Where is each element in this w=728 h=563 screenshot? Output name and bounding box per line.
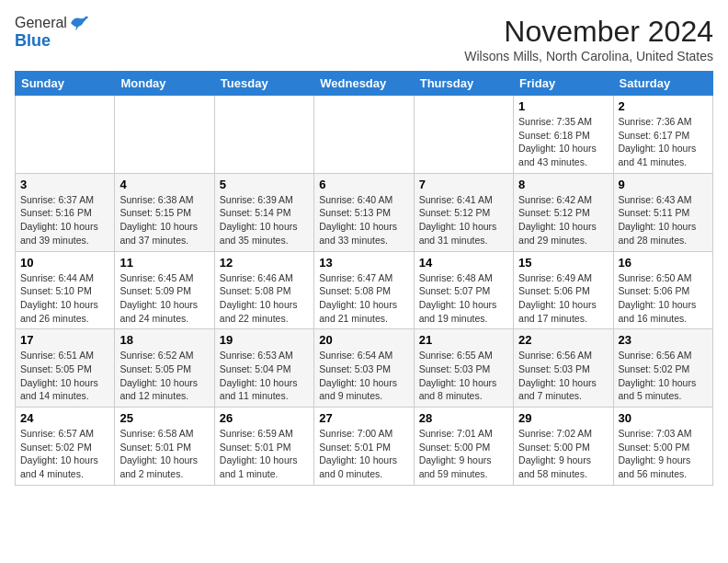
day-info: Sunrise: 6:42 AM Sunset: 5:12 PM Dayligh… [518, 193, 608, 247]
logo-bird-icon [69, 15, 89, 31]
day-number: 14 [419, 256, 508, 270]
calendar-cell: 3Sunrise: 6:37 AM Sunset: 5:16 PM Daylig… [16, 173, 115, 251]
day-number: 13 [319, 256, 408, 270]
day-number: 8 [518, 178, 608, 191]
day-info: Sunrise: 6:53 AM Sunset: 5:04 PM Dayligh… [220, 349, 309, 403]
day-number: 26 [220, 411, 309, 425]
day-info: Sunrise: 6:39 AM Sunset: 5:14 PM Dayligh… [220, 193, 309, 247]
day-number: 29 [518, 411, 608, 425]
day-number: 18 [119, 333, 209, 347]
column-header-wednesday: Wednesday [314, 72, 414, 96]
day-number: 10 [20, 256, 109, 270]
calendar-cell: 8Sunrise: 6:42 AM Sunset: 5:12 PM Daylig… [514, 173, 613, 251]
calendar-cell: 11Sunrise: 6:45 AM Sunset: 5:09 PM Dayli… [115, 251, 214, 329]
day-info: Sunrise: 6:43 AM Sunset: 5:11 PM Dayligh… [619, 193, 708, 247]
day-info: Sunrise: 7:02 AM Sunset: 5:00 PM Dayligh… [518, 427, 608, 481]
calendar-cell: 6Sunrise: 6:40 AM Sunset: 5:13 PM Daylig… [314, 173, 414, 251]
calendar-table: SundayMondayTuesdayWednesdayThursdayFrid… [15, 71, 713, 486]
calendar-cell [314, 96, 414, 174]
day-number: 4 [119, 178, 209, 191]
calendar-cell: 17Sunrise: 6:51 AM Sunset: 5:05 PM Dayli… [16, 329, 115, 408]
column-header-thursday: Thursday [414, 72, 513, 96]
day-info: Sunrise: 6:57 AM Sunset: 5:02 PM Dayligh… [20, 427, 109, 481]
day-info: Sunrise: 6:55 AM Sunset: 5:03 PM Dayligh… [419, 349, 508, 403]
calendar-cell: 30Sunrise: 7:03 AM Sunset: 5:00 PM Dayli… [613, 408, 712, 486]
page-header: General Blue November 2024 Wilsons Mills… [15, 15, 713, 63]
day-info: Sunrise: 7:36 AM Sunset: 6:17 PM Dayligh… [619, 115, 708, 169]
calendar-cell: 16Sunrise: 6:50 AM Sunset: 5:06 PM Dayli… [613, 251, 712, 329]
calendar-week-row: 3Sunrise: 6:37 AM Sunset: 5:16 PM Daylig… [16, 173, 713, 251]
day-info: Sunrise: 6:56 AM Sunset: 5:02 PM Dayligh… [619, 349, 708, 403]
calendar-cell: 13Sunrise: 6:47 AM Sunset: 5:08 PM Dayli… [314, 251, 414, 329]
day-info: Sunrise: 6:51 AM Sunset: 5:05 PM Dayligh… [20, 349, 109, 403]
day-number: 3 [20, 178, 109, 191]
day-info: Sunrise: 6:45 AM Sunset: 5:09 PM Dayligh… [119, 271, 209, 326]
logo: General Blue [15, 15, 89, 51]
column-header-monday: Monday [115, 72, 214, 96]
calendar-cell: 5Sunrise: 6:39 AM Sunset: 5:14 PM Daylig… [214, 173, 313, 251]
calendar-week-row: 10Sunrise: 6:44 AM Sunset: 5:10 PM Dayli… [16, 251, 713, 329]
calendar-cell: 9Sunrise: 6:43 AM Sunset: 5:11 PM Daylig… [613, 173, 712, 251]
calendar-cell [214, 96, 313, 174]
day-info: Sunrise: 6:41 AM Sunset: 5:12 PM Dayligh… [419, 193, 508, 247]
calendar-cell: 1Sunrise: 7:35 AM Sunset: 6:18 PM Daylig… [514, 96, 613, 174]
day-info: Sunrise: 6:44 AM Sunset: 5:10 PM Dayligh… [20, 271, 109, 326]
calendar-week-row: 1Sunrise: 7:35 AM Sunset: 6:18 PM Daylig… [16, 96, 713, 174]
calendar-cell: 27Sunrise: 7:00 AM Sunset: 5:01 PM Dayli… [314, 408, 414, 486]
day-number: 28 [419, 411, 508, 425]
day-info: Sunrise: 6:52 AM Sunset: 5:05 PM Dayligh… [119, 349, 209, 403]
calendar-cell: 23Sunrise: 6:56 AM Sunset: 5:02 PM Dayli… [613, 329, 712, 408]
day-number: 24 [20, 411, 109, 425]
calendar-cell: 15Sunrise: 6:49 AM Sunset: 5:06 PM Dayli… [514, 251, 613, 329]
day-info: Sunrise: 6:58 AM Sunset: 5:01 PM Dayligh… [119, 427, 209, 481]
calendar-cell: 21Sunrise: 6:55 AM Sunset: 5:03 PM Dayli… [414, 329, 513, 408]
calendar-cell: 22Sunrise: 6:56 AM Sunset: 5:03 PM Dayli… [514, 329, 613, 408]
calendar-header-row: SundayMondayTuesdayWednesdayThursdayFrid… [16, 72, 713, 96]
calendar-cell: 24Sunrise: 6:57 AM Sunset: 5:02 PM Dayli… [16, 408, 115, 486]
logo-general-text: General [15, 15, 67, 31]
day-number: 5 [220, 178, 309, 191]
day-number: 6 [319, 178, 408, 191]
day-number: 1 [518, 99, 608, 113]
day-number: 21 [419, 333, 508, 347]
day-info: Sunrise: 6:47 AM Sunset: 5:08 PM Dayligh… [319, 271, 408, 326]
calendar-cell: 4Sunrise: 6:38 AM Sunset: 5:15 PM Daylig… [115, 173, 214, 251]
day-info: Sunrise: 6:38 AM Sunset: 5:15 PM Dayligh… [119, 193, 209, 247]
day-number: 16 [619, 256, 708, 270]
day-number: 19 [220, 333, 309, 347]
day-info: Sunrise: 6:49 AM Sunset: 5:06 PM Dayligh… [518, 271, 608, 326]
calendar-cell: 18Sunrise: 6:52 AM Sunset: 5:05 PM Dayli… [115, 329, 214, 408]
calendar-cell: 7Sunrise: 6:41 AM Sunset: 5:12 PM Daylig… [414, 173, 513, 251]
calendar-cell: 28Sunrise: 7:01 AM Sunset: 5:00 PM Dayli… [414, 408, 513, 486]
day-info: Sunrise: 7:01 AM Sunset: 5:00 PM Dayligh… [419, 427, 508, 481]
day-number: 20 [319, 333, 408, 347]
day-info: Sunrise: 7:00 AM Sunset: 5:01 PM Dayligh… [319, 427, 408, 481]
day-info: Sunrise: 6:54 AM Sunset: 5:03 PM Dayligh… [319, 349, 408, 403]
day-number: 17 [20, 333, 109, 347]
calendar-cell: 12Sunrise: 6:46 AM Sunset: 5:08 PM Dayli… [214, 251, 313, 329]
day-number: 11 [119, 256, 209, 270]
day-number: 12 [220, 256, 309, 270]
day-number: 27 [319, 411, 408, 425]
day-info: Sunrise: 6:40 AM Sunset: 5:13 PM Dayligh… [319, 193, 408, 247]
calendar-cell: 19Sunrise: 6:53 AM Sunset: 5:04 PM Dayli… [214, 329, 313, 408]
calendar-cell: 29Sunrise: 7:02 AM Sunset: 5:00 PM Dayli… [514, 408, 613, 486]
day-info: Sunrise: 6:50 AM Sunset: 5:06 PM Dayligh… [619, 271, 708, 326]
day-info: Sunrise: 6:59 AM Sunset: 5:01 PM Dayligh… [220, 427, 309, 481]
calendar-cell: 10Sunrise: 6:44 AM Sunset: 5:10 PM Dayli… [16, 251, 115, 329]
day-info: Sunrise: 7:03 AM Sunset: 5:00 PM Dayligh… [619, 427, 708, 481]
calendar-cell: 20Sunrise: 6:54 AM Sunset: 5:03 PM Dayli… [314, 329, 414, 408]
day-info: Sunrise: 6:37 AM Sunset: 5:16 PM Dayligh… [20, 193, 109, 247]
calendar-week-row: 17Sunrise: 6:51 AM Sunset: 5:05 PM Dayli… [16, 329, 713, 408]
month-title: November 2024 [464, 15, 713, 49]
calendar-cell: 2Sunrise: 7:36 AM Sunset: 6:17 PM Daylig… [613, 96, 712, 174]
calendar-cell: 26Sunrise: 6:59 AM Sunset: 5:01 PM Dayli… [214, 408, 313, 486]
title-section: November 2024 Wilsons Mills, North Carol… [464, 15, 713, 63]
day-number: 22 [518, 333, 608, 347]
location-text: Wilsons Mills, North Carolina, United St… [464, 49, 713, 63]
day-info: Sunrise: 6:48 AM Sunset: 5:07 PM Dayligh… [419, 271, 508, 326]
day-number: 7 [419, 178, 508, 191]
calendar-cell: 14Sunrise: 6:48 AM Sunset: 5:07 PM Dayli… [414, 251, 513, 329]
calendar-week-row: 24Sunrise: 6:57 AM Sunset: 5:02 PM Dayli… [16, 408, 713, 486]
day-number: 23 [619, 333, 708, 347]
